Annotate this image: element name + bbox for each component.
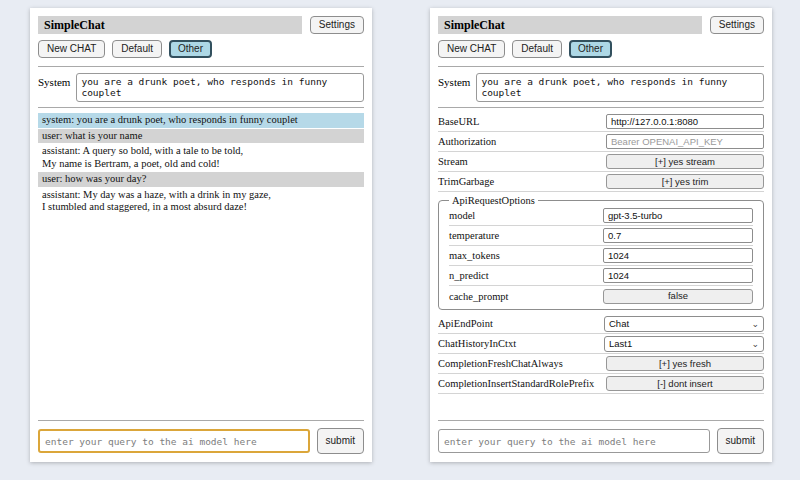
new-chat-button[interactable]: New CHAT	[438, 40, 505, 58]
trimgarbage-toggle-button[interactable]: [+] yes trim	[606, 174, 764, 189]
setting-row-completionfreshchatalways: CompletionFreshChatAlways [+] yes fresh	[438, 354, 764, 374]
system-prompt-row: System you are a drunk poet, who respond…	[38, 73, 364, 102]
divider	[438, 66, 764, 67]
setting-label: BaseURL	[438, 116, 479, 127]
model-input[interactable]	[603, 208, 753, 223]
chat-log: system: you are a drunk poet, who respon…	[38, 113, 364, 216]
setting-row-cache-prompt: cache_prompt false	[449, 286, 753, 306]
max-tokens-input[interactable]	[603, 248, 753, 263]
selected-option: Last1	[609, 338, 632, 349]
setting-row-completioninsertstandardroleprefix: CompletionInsertStandardRolePrefix [-] d…	[438, 374, 764, 394]
submit-button[interactable]: submit	[317, 428, 364, 454]
session-toolbar: New CHAT Default Other	[438, 40, 764, 58]
query-input[interactable]	[38, 429, 310, 453]
setting-label: Stream	[438, 156, 468, 167]
settings-panel: SimpleChat Settings New CHAT Default Oth…	[430, 8, 772, 462]
n-predict-input[interactable]	[603, 268, 753, 283]
query-row: submit	[438, 428, 764, 454]
system-prompt-label: System	[438, 73, 470, 88]
session-tab-other[interactable]: Other	[569, 40, 612, 58]
settings-list: BaseURL Authorization Stream [+] yes str…	[438, 112, 764, 394]
settings-button[interactable]: Settings	[710, 16, 764, 34]
divider	[38, 107, 364, 108]
chevron-down-icon: ⌄	[751, 340, 759, 348]
chat-panel: SimpleChat Settings New CHAT Default Oth…	[30, 8, 372, 462]
divider	[38, 420, 364, 421]
authorization-input[interactable]	[606, 134, 764, 149]
setting-row-temperature: temperature	[449, 226, 753, 246]
setting-label: temperature	[449, 230, 499, 241]
spacer	[38, 216, 364, 418]
setting-row-stream: Stream [+] yes stream	[438, 152, 764, 172]
setting-label: ApiEndPoint	[438, 318, 493, 329]
query-row: submit	[38, 428, 364, 454]
chat-message-assistant: assistant: A query so bold, with a tale …	[38, 144, 364, 171]
chat-message-user: user: what is your name	[38, 129, 364, 144]
divider	[438, 107, 764, 108]
setting-row-trimgarbage: TrimGarbage [+] yes trim	[438, 172, 764, 192]
completionfreshchat-toggle-button[interactable]: [+] yes fresh	[606, 356, 764, 371]
divider	[438, 420, 764, 421]
stream-toggle-button[interactable]: [+] yes stream	[606, 154, 764, 169]
insertroleprefix-toggle-button[interactable]: [-] dont insert	[606, 376, 764, 391]
submit-button[interactable]: submit	[717, 428, 764, 454]
baseurl-input[interactable]	[606, 114, 764, 129]
divider	[38, 66, 364, 67]
setting-label: model	[449, 210, 475, 221]
fieldset-legend: ApiRequestOptions	[449, 195, 538, 206]
setting-label: max_tokens	[449, 250, 500, 261]
setting-label: Authorization	[438, 136, 496, 147]
session-tab-default[interactable]: Default	[512, 40, 562, 58]
setting-row-n-predict: n_predict	[449, 266, 753, 286]
system-prompt-label: System	[38, 73, 70, 88]
system-prompt-input[interactable]: you are a drunk poet, who responds in fu…	[476, 73, 764, 102]
setting-label: CompletionInsertStandardRolePrefix	[438, 378, 594, 389]
chat-message-system: system: you are a drunk poet, who respon…	[38, 113, 364, 128]
setting-row-baseurl: BaseURL	[438, 112, 764, 132]
setting-label: n_predict	[449, 270, 489, 281]
setting-label: cache_prompt	[449, 291, 508, 302]
session-toolbar: New CHAT Default Other	[38, 40, 364, 58]
session-tab-other[interactable]: Other	[169, 40, 212, 58]
header: SimpleChat Settings	[38, 16, 364, 34]
chathistoryinctxt-select[interactable]: Last1 ⌄	[604, 336, 764, 352]
system-prompt-input[interactable]: you are a drunk poet, who responds in fu…	[76, 73, 364, 102]
spacer	[438, 394, 764, 417]
query-input[interactable]	[438, 429, 710, 453]
setting-label: CompletionFreshChatAlways	[438, 358, 563, 369]
settings-button[interactable]: Settings	[310, 16, 364, 34]
api-request-options-fieldset: ApiRequestOptions model temperature max_…	[438, 195, 764, 310]
chat-message-user: user: how was your day?	[38, 172, 364, 187]
setting-row-max-tokens: max_tokens	[449, 246, 753, 266]
selected-option: Chat	[609, 318, 629, 329]
setting-row-model: model	[449, 206, 753, 226]
session-tab-default[interactable]: Default	[112, 40, 162, 58]
system-prompt-row: System you are a drunk poet, who respond…	[438, 73, 764, 102]
app-title: SimpleChat	[38, 16, 302, 34]
setting-label: ChatHistoryInCtxt	[438, 338, 516, 349]
setting-row-apiendpoint: ApiEndPoint Chat ⌄	[438, 314, 764, 334]
chat-message-assistant: assistant: My day was a haze, with a dri…	[38, 188, 364, 215]
header: SimpleChat Settings	[438, 16, 764, 34]
setting-row-chathistoryinctxt: ChatHistoryInCtxt Last1 ⌄	[438, 334, 764, 354]
cache-prompt-toggle-button[interactable]: false	[603, 289, 753, 304]
temperature-input[interactable]	[603, 228, 753, 243]
apiendpoint-select[interactable]: Chat ⌄	[604, 316, 764, 332]
new-chat-button[interactable]: New CHAT	[38, 40, 105, 58]
setting-row-authorization: Authorization	[438, 132, 764, 152]
app-title: SimpleChat	[438, 16, 702, 34]
chevron-down-icon: ⌄	[751, 320, 759, 328]
setting-label: TrimGarbage	[438, 176, 494, 187]
